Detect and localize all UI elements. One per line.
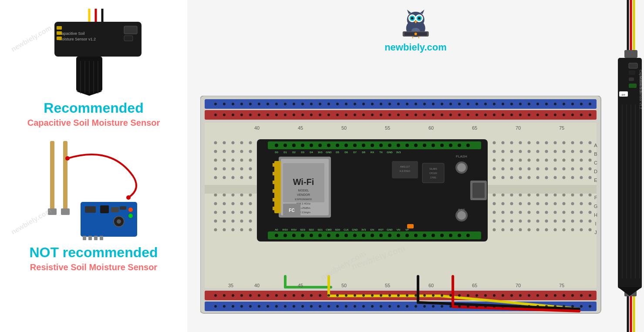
svg-point-382 bbox=[554, 176, 557, 179]
svg-point-79 bbox=[380, 103, 382, 105]
svg-point-107 bbox=[240, 114, 243, 116]
svg-point-628 bbox=[423, 144, 426, 147]
svg-point-801 bbox=[432, 305, 435, 308]
svg-point-763 bbox=[484, 294, 487, 297]
recommended-label: Recommended bbox=[44, 100, 143, 116]
svg-point-619 bbox=[344, 144, 348, 147]
svg-point-557 bbox=[545, 220, 548, 223]
svg-point-809 bbox=[502, 305, 504, 308]
svg-rect-22 bbox=[61, 208, 70, 215]
svg-point-70 bbox=[301, 103, 304, 105]
svg-point-518 bbox=[589, 211, 592, 214]
svg-point-299 bbox=[214, 168, 217, 171]
svg-point-633 bbox=[466, 144, 470, 147]
svg-point-68 bbox=[284, 103, 287, 105]
svg-point-620 bbox=[353, 144, 357, 147]
svg-point-782 bbox=[266, 305, 269, 308]
svg-point-804 bbox=[458, 305, 461, 308]
svg-point-209 bbox=[580, 141, 583, 144]
svg-point-566 bbox=[240, 228, 243, 231]
svg-point-212 bbox=[223, 150, 226, 153]
svg-point-103 bbox=[589, 103, 591, 105]
svg-point-733 bbox=[223, 294, 226, 297]
svg-point-655 bbox=[458, 234, 461, 237]
svg-point-138 bbox=[510, 114, 513, 116]
svg-point-647 bbox=[388, 234, 391, 237]
svg-point-207 bbox=[563, 141, 566, 144]
svg-point-562 bbox=[589, 220, 592, 223]
svg-text:60: 60 bbox=[428, 125, 434, 131]
svg-rect-833 bbox=[624, 50, 637, 58]
svg-point-640 bbox=[327, 234, 330, 237]
svg-text:45: 45 bbox=[298, 283, 303, 288]
svg-point-94 bbox=[510, 103, 513, 105]
svg-point-78 bbox=[371, 103, 374, 105]
logo-area: newbiely.com bbox=[384, 9, 447, 53]
svg-point-215 bbox=[249, 150, 252, 153]
svg-point-102 bbox=[580, 103, 583, 105]
svg-marker-852 bbox=[618, 287, 642, 296]
svg-point-735 bbox=[240, 294, 243, 297]
svg-point-769 bbox=[536, 294, 539, 297]
svg-point-796 bbox=[388, 305, 391, 308]
svg-text:3V3: 3V3 bbox=[396, 151, 401, 154]
svg-point-743 bbox=[310, 294, 313, 297]
svg-point-563 bbox=[214, 228, 217, 231]
svg-point-604 bbox=[571, 228, 574, 231]
svg-point-169 bbox=[232, 141, 235, 144]
svg-point-74 bbox=[336, 103, 339, 105]
svg-rect-21 bbox=[48, 208, 57, 215]
svg-point-139 bbox=[519, 114, 522, 116]
svg-point-245 bbox=[510, 150, 513, 153]
svg-point-757 bbox=[432, 294, 435, 297]
svg-text:MODEL: MODEL bbox=[298, 189, 309, 192]
svg-point-66 bbox=[266, 103, 269, 105]
svg-point-468 bbox=[536, 202, 539, 205]
svg-text:H: H bbox=[594, 212, 597, 218]
svg-point-425 bbox=[545, 194, 548, 197]
svg-point-296 bbox=[571, 159, 574, 162]
svg-point-390 bbox=[240, 194, 243, 197]
svg-point-777 bbox=[223, 305, 226, 308]
svg-point-119 bbox=[345, 114, 347, 116]
svg-text:D6: D6 bbox=[344, 151, 348, 154]
svg-text:CP2102: CP2102 bbox=[429, 172, 437, 174]
svg-point-427 bbox=[563, 194, 566, 197]
svg-point-89 bbox=[467, 103, 469, 105]
svg-point-292 bbox=[536, 159, 539, 162]
svg-point-641 bbox=[336, 234, 339, 237]
svg-point-515 bbox=[563, 211, 566, 214]
svg-text:ESP8266MOD: ESP8266MOD bbox=[295, 198, 312, 201]
svg-point-792 bbox=[354, 305, 356, 308]
svg-point-802 bbox=[441, 305, 443, 308]
svg-point-344 bbox=[223, 176, 226, 179]
svg-point-73 bbox=[327, 103, 330, 105]
svg-point-514 bbox=[554, 211, 557, 214]
svg-point-333 bbox=[510, 168, 513, 171]
svg-point-117 bbox=[327, 114, 330, 116]
svg-point-124 bbox=[388, 114, 391, 116]
svg-point-817 bbox=[571, 305, 574, 308]
svg-text:FLASH: FLASH bbox=[456, 154, 467, 158]
svg-text:D4: D4 bbox=[310, 151, 313, 154]
svg-point-645 bbox=[371, 234, 374, 237]
svg-text:CLK: CLK bbox=[344, 228, 349, 231]
svg-point-256 bbox=[223, 159, 226, 162]
svg-rect-8 bbox=[57, 31, 62, 35]
svg-point-738 bbox=[266, 294, 269, 297]
svg-point-142 bbox=[545, 114, 548, 116]
svg-point-742 bbox=[301, 294, 304, 297]
svg-point-510 bbox=[519, 211, 522, 214]
svg-point-785 bbox=[293, 305, 295, 308]
svg-point-435 bbox=[249, 202, 252, 205]
svg-point-632 bbox=[458, 144, 461, 147]
svg-point-213 bbox=[232, 150, 235, 153]
svg-point-798 bbox=[406, 305, 408, 308]
svg-text:Moisture Sensor v1.2: Moisture Sensor v1.2 bbox=[639, 76, 643, 109]
svg-point-565 bbox=[232, 228, 235, 231]
svg-rect-674 bbox=[273, 198, 276, 201]
svg-point-559 bbox=[563, 220, 566, 223]
svg-rect-11 bbox=[124, 36, 133, 41]
svg-rect-839 bbox=[629, 77, 634, 81]
svg-point-200 bbox=[502, 141, 505, 144]
